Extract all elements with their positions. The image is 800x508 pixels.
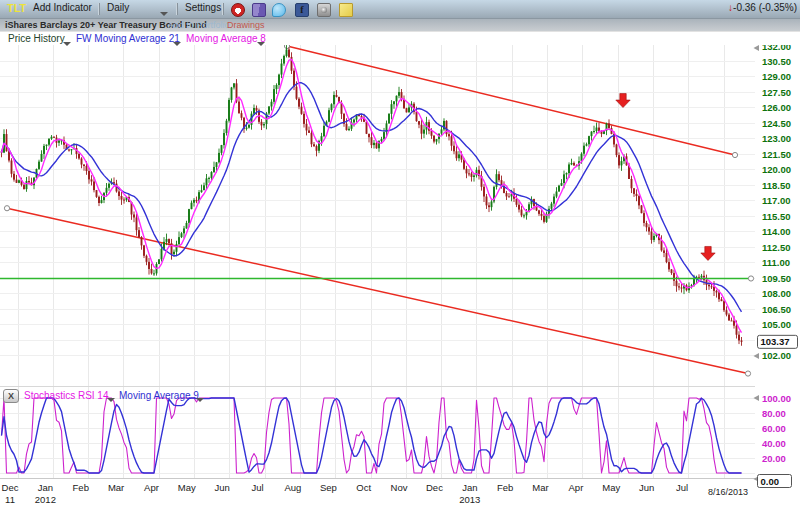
svg-text:115.50: 115.50 [762,211,791,222]
svg-text:2012: 2012 [35,494,56,505]
axis-marker-icon [754,45,760,51]
svg-text:Mar: Mar [108,482,124,493]
svg-text:Feb: Feb [497,482,513,493]
svg-text:106.50: 106.50 [762,304,791,315]
svg-text:Apr: Apr [144,482,159,493]
settings-button[interactable]: Settings [185,2,221,13]
svg-text:40.00: 40.00 [762,438,786,449]
ma21-menu[interactable]: FW Moving Average 21 [76,33,180,44]
toolbar-separator [222,3,224,15]
svg-text:100.00: 100.00 [762,393,791,404]
svg-text:124.50: 124.50 [762,118,791,129]
toolbar-separator [98,3,100,15]
stoch-rsi-menu[interactable]: Stochastics RSI 14 [24,390,108,401]
book-icon[interactable] [252,3,266,17]
svg-text:60.00: 60.00 [762,423,786,434]
svg-text:117.00: 117.00 [762,195,791,206]
timeframe-dropdown-icon[interactable] [160,12,168,16]
close-icon[interactable]: X [3,389,19,403]
svg-text:8/16/2013: 8/16/2013 [708,487,748,497]
trendline-drawings[interactable] [4,45,750,376]
svg-text:Jul: Jul [252,482,264,493]
svg-text:129.00: 129.00 [762,71,791,82]
svg-text:114.00: 114.00 [762,226,791,237]
ma8-menu[interactable]: Moving Average 8 [186,33,266,44]
svg-text:105.00: 105.00 [762,319,791,330]
svg-text:Jul: Jul [676,482,688,493]
chart-canvas[interactable]: 132.00130.50129.00127.50126.00124.50123.… [0,45,800,508]
svg-text:11: 11 [5,494,15,505]
note-icon[interactable] [339,3,353,17]
chevron-down-icon[interactable] [107,398,115,402]
svg-text:Dec: Dec [2,482,19,493]
svg-text:130.50: 130.50 [762,56,791,67]
drawings-link[interactable]: Drawings [227,20,265,30]
charting-app-window: TLT Add Indicator Daily Settings f ↓-0.3… [0,0,800,508]
toolbar-separator [176,3,178,15]
last-price-box: 103.37 [758,335,798,348]
facebook-icon[interactable]: f [295,3,309,17]
svg-text:Oct: Oct [356,482,371,493]
price-panel-header: Price History FW Moving Average 21 Movin… [0,32,800,45]
symbol-label[interactable]: TLT [7,2,26,14]
svg-text:Jan: Jan [38,482,53,493]
svg-text:132.00: 132.00 [762,45,791,52]
svg-text:May: May [178,482,196,493]
price-history-menu[interactable]: Price History [8,33,65,44]
svg-text:Jun: Jun [215,482,230,493]
stoch-zero-box: 0.00 [758,475,792,488]
price-change-label: ↓-0.36 (-0.35%) [728,2,797,13]
twitter-icon[interactable] [272,3,286,17]
svg-text:80.00: 80.00 [762,408,786,419]
svg-text:121.50: 121.50 [762,149,791,160]
svg-text:118.50: 118.50 [762,180,791,191]
stoch-panel-header: X Stochastics RSI 14 Moving Average 9 [0,388,420,404]
main-toolbar: TLT Add Indicator Daily Settings f ↓-0.3… [0,0,800,19]
svg-text:Sep: Sep [320,482,337,493]
stoch-axis[interactable]: 100.0080.0060.0040.0020.00 [762,393,791,464]
timeframe-select[interactable]: Daily [107,2,129,13]
svg-text:Mar: Mar [532,482,548,493]
svg-text:Nov: Nov [391,482,408,493]
add-indicator-button[interactable]: Add Indicator [33,2,92,13]
svg-text:20.00: 20.00 [762,453,786,464]
svg-text:May: May [602,482,620,493]
svg-text:Aug: Aug [285,482,302,493]
time-axis[interactable]: Dec11Jan2012FebMarAprMayJunJulAugSepOctN… [2,482,748,505]
add-to-portfolio-link[interactable]: Add to Portfolio [168,20,230,30]
svg-text:Feb: Feb [73,482,89,493]
svg-text:112.50: 112.50 [762,242,791,253]
chevron-down-icon[interactable] [196,398,204,402]
svg-text:102.00: 102.00 [762,350,791,361]
camera-icon[interactable] [317,3,331,17]
svg-text:Dec: Dec [426,482,443,493]
svg-text:120.00: 120.00 [762,164,791,175]
svg-text:109.50: 109.50 [762,273,791,284]
svg-text:111.00: 111.00 [762,257,790,268]
down-arrow-drawings[interactable] [616,94,715,261]
alarm-icon[interactable] [231,3,245,17]
axis-marker-icon [754,353,760,359]
svg-text:126.00: 126.00 [762,102,791,113]
svg-text:0.00: 0.00 [761,476,780,487]
svg-text:Jan: Jan [462,482,477,493]
stoch-ma9-menu[interactable]: Moving Average 9 [119,390,199,401]
svg-text:Jun: Jun [639,482,654,493]
svg-text:2013: 2013 [459,494,480,505]
svg-text:Apr: Apr [569,482,584,493]
horizontal-line-drawing[interactable] [0,276,754,281]
svg-text:127.50: 127.50 [762,87,791,98]
symbol-subbar: iShares Barclays 20+ Year Treasury Bond … [0,19,800,32]
svg-text:103.37: 103.37 [761,336,790,347]
axis-marker-icon [754,395,760,401]
svg-text:108.00: 108.00 [762,288,791,299]
svg-text:123.00: 123.00 [762,133,791,144]
